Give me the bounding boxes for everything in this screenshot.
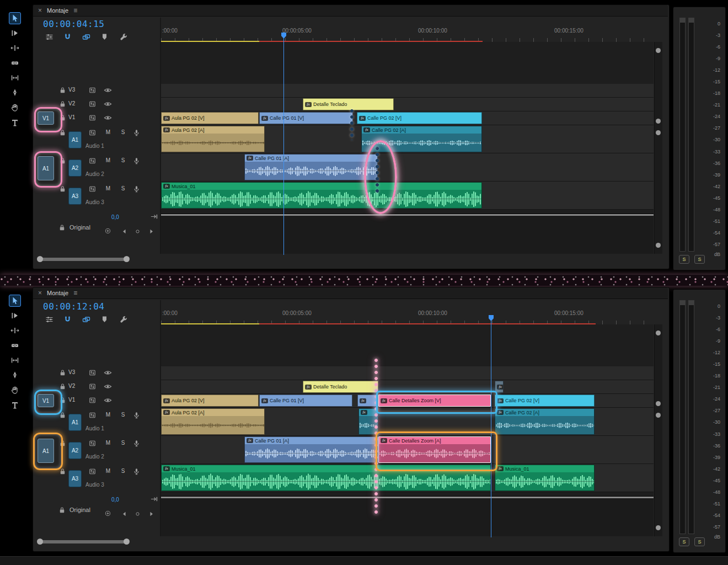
sync-lock-icon[interactable] xyxy=(88,382,97,391)
previous-keyframe-icon[interactable] xyxy=(121,510,128,518)
pen-tool[interactable] xyxy=(9,369,21,381)
lock-icon[interactable] xyxy=(58,100,67,108)
selection-tool[interactable] xyxy=(9,295,21,307)
scroll-knob[interactable] xyxy=(656,119,661,124)
sync-lock-icon[interactable] xyxy=(88,396,97,404)
time-ruler[interactable]: :00:00 00:00:05:00 00:00:10:00 00:00:15:… xyxy=(161,309,654,325)
eye-icon[interactable] xyxy=(104,100,112,108)
snap-icon[interactable] xyxy=(63,315,72,324)
sync-lock-icon[interactable] xyxy=(88,411,97,419)
zoom-handle-left[interactable] xyxy=(37,256,43,262)
razor-tool[interactable] xyxy=(9,339,21,351)
track-lane-v3[interactable] xyxy=(161,84,654,98)
playhead-line[interactable] xyxy=(491,319,491,537)
scroll-knob[interactable] xyxy=(656,243,661,248)
eye-icon[interactable] xyxy=(104,396,112,404)
ripple-edit-tool[interactable] xyxy=(9,324,21,337)
snap-icon[interactable] xyxy=(63,33,72,41)
next-keyframe-icon[interactable] xyxy=(148,228,155,235)
mute-button[interactable]: M xyxy=(104,468,112,474)
go-to-next-keyframe-icon[interactable] xyxy=(150,495,158,503)
track-target-a2[interactable]: A2 xyxy=(68,159,82,177)
marker-icon[interactable] xyxy=(100,315,109,324)
next-keyframe-icon[interactable] xyxy=(148,510,155,518)
meter-solo-left[interactable]: S xyxy=(679,255,689,264)
clip-calle-pg-02-v[interactable]: fxCalle PG 02 [V] xyxy=(357,112,482,124)
sync-lock-icon[interactable] xyxy=(88,467,97,476)
panel-menu-icon[interactable]: ≡ xyxy=(73,289,77,297)
solo-button[interactable]: S xyxy=(119,468,127,474)
solo-button[interactable]: S xyxy=(119,157,127,163)
eye-icon[interactable] xyxy=(104,382,112,391)
mic-icon[interactable] xyxy=(132,129,141,137)
solo-button[interactable]: S xyxy=(119,440,127,446)
mic-icon[interactable] xyxy=(132,185,141,193)
scroll-knob[interactable] xyxy=(656,130,661,135)
zoom-scrollbar[interactable] xyxy=(40,540,127,543)
track-label-v3[interactable]: V3 xyxy=(68,369,75,375)
clip-musica-01[interactable]: fxMusica_01 xyxy=(161,182,482,209)
scroll-knob[interactable] xyxy=(656,48,661,53)
lock-icon[interactable] xyxy=(58,86,67,94)
sync-lock-icon[interactable] xyxy=(88,439,97,447)
mic-icon[interactable] xyxy=(132,157,141,165)
clip-musica-01[interactable]: fxMusica_01 xyxy=(495,465,595,491)
track-target-a3[interactable]: A3 xyxy=(68,470,82,487)
track-select-forward-tool[interactable] xyxy=(9,27,21,39)
clip-aula-pg-02-a[interactable]: fxAula PG 02 [A] xyxy=(161,408,265,435)
lock-icon[interactable] xyxy=(58,223,66,232)
scroll-knob[interactable] xyxy=(656,401,661,406)
track-target-a1[interactable]: A1 xyxy=(68,414,82,431)
marker-icon[interactable] xyxy=(100,33,109,41)
clip-calle-pg-01-a[interactable]: fxCalle PG 01 [A] xyxy=(244,154,378,180)
ripple-edit-tool[interactable] xyxy=(9,42,21,54)
lock-icon[interactable] xyxy=(58,369,67,377)
track-lane-v1[interactable]: fxAula PG 02 [V]fxCalle PG 01 [V]fxCalle… xyxy=(161,111,654,125)
zoom-handle-left[interactable] xyxy=(37,539,43,545)
clip-detalle-teclado[interactable]: fxDetalle Teclado xyxy=(303,98,394,110)
track-target-a3[interactable]: A3 xyxy=(68,188,82,205)
clip-calle-pg-01-v[interactable]: fxCalle PG 01 [V] xyxy=(259,112,353,124)
track-lane-a3[interactable]: fxMusica_01 xyxy=(161,182,654,210)
meter-solo-right[interactable]: S xyxy=(694,255,705,264)
zoom-handle-right[interactable] xyxy=(124,539,130,545)
vertical-scrollbar[interactable] xyxy=(654,42,662,254)
mute-button[interactable]: M xyxy=(104,157,112,163)
keyframe-icon[interactable] xyxy=(134,228,141,235)
clip-calle-pg-02-v[interactable]: fxCalle PG 02 [V] xyxy=(495,395,595,407)
pen-tool[interactable] xyxy=(9,87,21,99)
razor-tool[interactable] xyxy=(9,57,21,69)
clip-calle-pg-01-v[interactable]: fxCalle PG 01 [V] xyxy=(259,395,352,407)
track-lane-v2[interactable]: fxDetalle Teclado xyxy=(161,98,654,111)
clip-aula-pg-02-v[interactable]: fxAula PG 02 [V] xyxy=(161,395,259,407)
time-ruler[interactable]: :00:00 00:00:05:00 00:00:10:00 00:00:15:… xyxy=(161,26,654,42)
panel-tab-bar[interactable]: × Montaje ≡ xyxy=(33,5,668,17)
panel-menu-icon[interactable]: ≡ xyxy=(73,7,77,14)
slip-tool[interactable] xyxy=(9,72,21,84)
slip-tool[interactable] xyxy=(9,354,21,366)
sync-lock-icon[interactable] xyxy=(88,157,97,165)
timeline-lanes[interactable]: fxDetalle Tecladofx fxAula PG 02 [V]fxCa… xyxy=(161,324,654,536)
track-select-forward-tool[interactable] xyxy=(9,310,21,322)
track-label-v2[interactable]: V2 xyxy=(68,100,75,106)
timeline-settings-icon[interactable] xyxy=(45,315,54,324)
clip-detalle-teclado[interactable]: fxDetalle Teclado xyxy=(303,381,378,393)
hand-tool[interactable] xyxy=(9,102,21,114)
playhead-timecode[interactable]: 00:00:04:15 xyxy=(43,19,104,29)
sync-lock-icon[interactable] xyxy=(88,86,97,94)
meter-solo-right[interactable]: S xyxy=(694,537,705,546)
eye-icon[interactable] xyxy=(104,86,112,94)
solo-button[interactable]: S xyxy=(119,185,127,191)
scroll-knob[interactable] xyxy=(656,525,661,530)
meter-solo-left[interactable]: S xyxy=(679,537,689,546)
track-lane-a1[interactable]: fxAula PG 02 [A]fxCalle PG 02 [A] xyxy=(161,125,654,153)
sync-lock-icon[interactable] xyxy=(88,369,97,377)
previous-keyframe-icon[interactable] xyxy=(121,228,128,235)
track-label-v3[interactable]: V3 xyxy=(68,87,75,93)
playhead-timecode[interactable]: 00:00:12:04 xyxy=(43,301,104,312)
selection-tool[interactable] xyxy=(9,12,21,24)
mic-icon[interactable] xyxy=(132,411,141,419)
wrench-icon[interactable] xyxy=(119,33,129,41)
tab-montaje[interactable]: Montaje xyxy=(47,290,68,296)
lock-icon[interactable] xyxy=(58,382,67,391)
